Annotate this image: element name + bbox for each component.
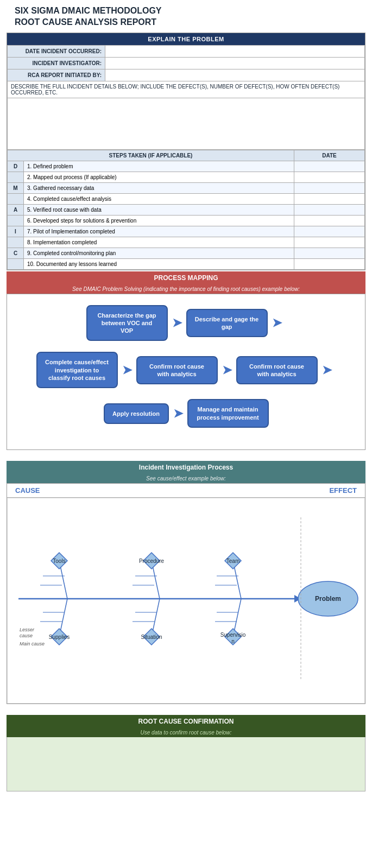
svg-text:Supplies: Supplies — [49, 634, 70, 640]
step-text: 7. Pilot of Implementation completed — [24, 226, 294, 237]
phase-cell — [8, 215, 24, 226]
investigator-label: INCIDENT INVESTIGATOR: — [8, 57, 105, 69]
svg-text:Lesser: Lesser — [20, 627, 35, 632]
rca-value[interactable] — [105, 69, 365, 81]
date-label: DATE INCIDENT OCCURRED: — [8, 45, 105, 57]
flow-box-6: Apply resolution — [104, 403, 169, 424]
phase-cell: C — [8, 248, 24, 258]
effect-label: EFFECT — [289, 484, 365, 497]
step-date[interactable] — [294, 226, 365, 237]
phase-cell — [8, 193, 24, 204]
steps-table: STEPS TAKEN (IF APPLICABLE) DATE D1. Def… — [7, 150, 365, 270]
svg-text:Tools: Tools — [53, 558, 65, 564]
table-row: C9. Completed control/monitoring plan — [8, 248, 365, 258]
flow-arrow-1: ➤ — [172, 316, 182, 330]
svg-text:Problem: Problem — [315, 595, 341, 603]
investigator-value[interactable] — [105, 57, 365, 69]
root-cause-header: ROOT CAUSE CONFIRMATION — [7, 715, 365, 728]
step-text: 9. Completed control/monitoring plan — [24, 248, 294, 258]
cause-effect-container: CAUSE EFFECT Problem Tools — [7, 483, 365, 704]
step-text: 8. Implementation completed — [24, 237, 294, 248]
date-value[interactable] — [105, 45, 365, 57]
flow-arrow-6: ➤ — [173, 407, 183, 421]
flow-row-3: Apply resolution ➤ Manage and maintain p… — [12, 399, 360, 428]
incident-inv-header: Incident Investigation Process — [7, 461, 365, 474]
fishbone-container: Problem Tools Procedure — [7, 498, 365, 704]
svg-text:Supervisio: Supervisio — [220, 632, 246, 638]
flow-box-1: Characterize the gap between VOC and VOP — [86, 305, 168, 341]
incident-desc-label: DESCRIBE THE FULL INCIDENT DETAILS BELOW… — [7, 81, 365, 98]
step-date[interactable] — [294, 258, 365, 269]
phase-cell: A — [8, 204, 24, 215]
flow-box-7: Manage and maintain process improvement — [187, 399, 269, 428]
table-row: I7. Pilot of Implementation completed — [8, 226, 365, 237]
date-header: DATE — [294, 150, 365, 161]
step-date[interactable] — [294, 248, 365, 258]
fishbone-svg: Problem Tools Procedure — [13, 506, 361, 691]
flow-row-1: Characterize the gap between VOC and VOP… — [12, 305, 360, 341]
flow-arrow-5: ➤ — [322, 363, 332, 377]
table-row: 10. Documented any lessons learned — [8, 258, 365, 269]
table-row: 6. Developed steps for solutions & preve… — [8, 215, 365, 226]
flow-box-5: Confirm root cause with analytics — [236, 356, 318, 385]
incident-desc-area[interactable] — [7, 98, 365, 150]
phase-cell: D — [8, 161, 24, 172]
process-mapping-header: PROCESS MAPPING — [7, 271, 365, 284]
flow-box-3: Complete cause/effect investigation to c… — [36, 352, 118, 388]
table-row: M3. Gathered necessary data — [8, 182, 365, 193]
flow-arrow-2: ➤ — [272, 316, 282, 330]
phase-cell — [8, 237, 24, 248]
step-text: 5. Verified root cause with data — [24, 204, 294, 215]
table-row: 4. Completed cause/effect analysis — [8, 193, 365, 204]
svg-text:n: n — [231, 638, 235, 644]
step-date[interactable] — [294, 172, 365, 182]
phase-cell: I — [8, 226, 24, 237]
steps-header: STEPS TAKEN (IF APPLICABLE) — [8, 150, 294, 161]
phase-cell: M — [8, 182, 24, 193]
table-row: D1. Defined problem — [8, 161, 365, 172]
date-row: DATE INCIDENT OCCURRED: — [8, 45, 365, 57]
svg-text:Situation: Situation — [141, 634, 162, 640]
step-date[interactable] — [294, 182, 365, 193]
report-title-block: SIX SIGMA DMAIC METHODOLOGY ROOT CAUSE A… — [7, 0, 365, 33]
flow-arrow-3: ➤ — [122, 363, 132, 377]
rca-label: RCA REPORT INITIATED BY: — [8, 69, 105, 81]
cause-label: CAUSE — [7, 484, 289, 497]
svg-text:Procedure: Procedure — [139, 558, 165, 564]
flow-row-2: Complete cause/effect investigation to c… — [12, 352, 360, 388]
svg-text:Main cause: Main cause — [20, 641, 45, 647]
flow-box-4: Confirm root cause with analytics — [136, 356, 218, 385]
report-title-line2: ROOT CAUSE ANALYSIS REPORT — [15, 17, 357, 28]
flow-box-2: Describe and gage the gap — [186, 309, 268, 338]
step-text: 6. Developed steps for solutions & preve… — [24, 215, 294, 226]
step-text: 1. Defined problem — [24, 161, 294, 172]
phase-cell — [8, 258, 24, 269]
process-mapping-sub: See DMAIC Problem Solving (indicating th… — [7, 284, 365, 294]
report-title-line1: SIX SIGMA DMAIC METHODOLOGY — [15, 5, 357, 17]
flow-diagram: Characterize the gap between VOC and VOP… — [7, 294, 365, 450]
table-row: 8. Implementation completed — [8, 237, 365, 248]
table-row: 2. Mapped out process (If applicable) — [8, 172, 365, 182]
svg-text:Team: Team — [226, 558, 239, 564]
step-text: 10. Documented any lessons learned — [24, 258, 294, 269]
investigator-row: INCIDENT INVESTIGATOR: — [8, 57, 365, 69]
svg-text:cause: cause — [20, 633, 33, 638]
rca-row: RCA REPORT INITIATED BY: — [8, 69, 365, 81]
step-date[interactable] — [294, 161, 365, 172]
step-text: 3. Gathered necessary data — [24, 182, 294, 193]
step-date[interactable] — [294, 237, 365, 248]
step-date[interactable] — [294, 204, 365, 215]
flow-arrow-4: ➤ — [222, 363, 232, 377]
incident-inv-sub: See cause/effect example below: — [7, 474, 365, 483]
explain-header: EXPLAIN THE PROBLEM — [7, 33, 365, 45]
phase-cell — [8, 172, 24, 182]
table-row: A5. Verified root cause with data — [8, 204, 365, 215]
form-table: DATE INCIDENT OCCURRED: INCIDENT INVESTI… — [7, 45, 365, 81]
step-date[interactable] — [294, 193, 365, 204]
step-date[interactable] — [294, 215, 365, 226]
cause-effect-header: CAUSE EFFECT — [7, 484, 365, 498]
step-text: 4. Completed cause/effect analysis — [24, 193, 294, 204]
root-cause-content[interactable] — [7, 737, 365, 791]
root-cause-sub: Use data to confirm root cause below: — [7, 728, 365, 737]
step-text: 2. Mapped out process (If applicable) — [24, 172, 294, 182]
